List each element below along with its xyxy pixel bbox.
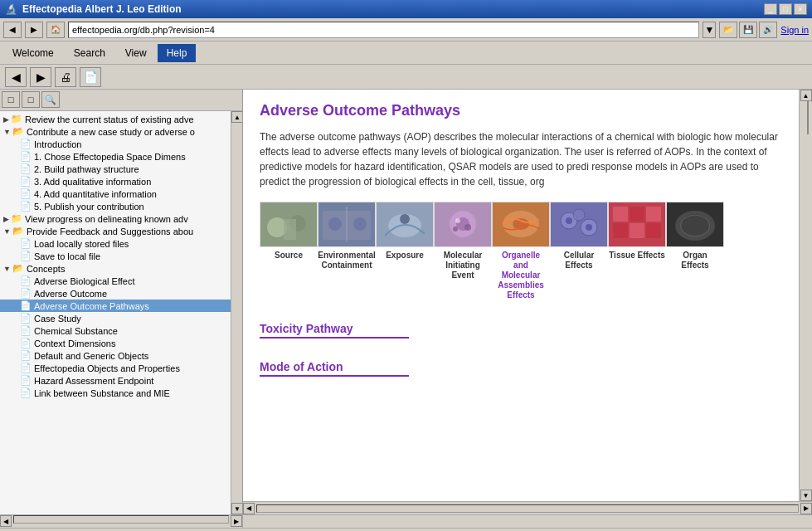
left-h-scroll-right[interactable]: ▶ [231, 515, 242, 527]
tree-label-intro: Introduction [34, 139, 81, 149]
h-scroll-right[interactable]: ▶ [800, 503, 812, 514]
tree-item-hae[interactable]: 📄 Hazard Assessment Endpoint [0, 374, 231, 387]
save-button[interactable]: 💾 [739, 22, 757, 38]
home-button[interactable]: 🏠 [46, 22, 65, 38]
expand-icon-feedback: ▼ [3, 227, 11, 236]
tree-item-feedback[interactable]: ▼ 📂 Provide Feedback and Suggestions abo… [0, 225, 231, 237]
menu-view[interactable]: View [116, 44, 156, 62]
url-input[interactable] [68, 22, 699, 38]
pathway-cellular: CellularEffects [550, 202, 608, 270]
left-bottom-scroll[interactable]: ◀ ▶ [0, 515, 243, 528]
h-scroll-track[interactable] [256, 504, 799, 513]
toxicity-section: Toxicity Pathway [260, 314, 782, 345]
pathway-exposure: Exposure [376, 202, 434, 261]
svg-point-7 [328, 217, 342, 231]
tree-label-step3: 3. Add qualitative information [34, 177, 151, 187]
status-bar [0, 528, 812, 531]
close-button[interactable]: × [794, 3, 807, 15]
back-button[interactable]: ◀ [3, 22, 22, 38]
tree-item-step4[interactable]: 📄 4. Add quantitative information [0, 188, 231, 200]
forward-button[interactable]: ▶ [25, 22, 43, 38]
svg-rect-28 [613, 207, 628, 222]
tree-item-load[interactable]: 📄 Load locally stored files [0, 237, 231, 250]
tree-item-ao[interactable]: 📄 Adverse Outcome [0, 287, 231, 300]
tree-item-cs[interactable]: 📄 Case Study [0, 312, 231, 324]
audio-button[interactable]: 🔊 [759, 22, 777, 38]
mode-header: Mode of Action [260, 360, 409, 377]
tree-item-ctx[interactable]: 📄 Context Dimensions [0, 337, 231, 349]
tree-item-eop[interactable]: 📄 Effectopedia Objects and Properties [0, 362, 231, 374]
svg-point-25 [586, 224, 592, 231]
tree-item-save[interactable]: 📄 Save to local file [0, 250, 231, 262]
menu-welcome[interactable]: Welcome [3, 44, 63, 62]
tree-item-review[interactable]: ▶ 📁 Review the current status of existin… [0, 113, 231, 125]
doc-icon-aop: 📄 [20, 300, 32, 311]
tree-item-concepts[interactable]: ▼ 📂 Concepts [0, 262, 231, 275]
right-bottom-filler [243, 515, 812, 528]
left-panel-scrollbar[interactable]: ▲ ▼ [231, 111, 242, 514]
tree-label-progress: View progress on delineating known adv [25, 214, 188, 224]
svg-point-20 [513, 218, 529, 230]
svg-rect-3 [284, 219, 296, 240]
sign-in-link[interactable]: Sign in [780, 25, 809, 35]
scroll-up-btn[interactable]: ▲ [231, 111, 243, 123]
tree-item-step1[interactable]: 📄 1. Chose Effectopedia Space Dimens [0, 150, 231, 163]
svg-rect-29 [630, 207, 644, 222]
title-bar: 🔬 Effectopedia Albert J. Leo Edition _ □… [0, 0, 812, 18]
tree-item-progress[interactable]: ▶ 📁 View progress on delineating known a… [0, 212, 231, 225]
left-panel: □ □ 🔍 ▶ 📁 Review the current status of e… [0, 90, 243, 514]
expand-icon-review: ▶ [3, 115, 9, 124]
maximize-button[interactable]: □ [779, 3, 792, 15]
main-bottom-scrollbar: ◀ ▶ [0, 514, 812, 528]
open-file-button[interactable]: 📂 [719, 22, 737, 38]
h-scroll-left[interactable]: ◀ [243, 503, 255, 514]
tree-item-step5[interactable]: 📄 5. Publish your contribution [0, 200, 231, 212]
doc-icon-load: 📄 [20, 238, 32, 249]
mode-section: Mode of Action [260, 352, 782, 383]
svg-point-17 [453, 227, 458, 231]
pathway-mie: MolecularInitiatingEvent [434, 202, 492, 280]
right-panel: Adverse Outcome Pathways The adverse out… [243, 90, 812, 514]
panel-btn-2[interactable]: □ [22, 91, 40, 108]
minimize-button[interactable]: _ [764, 3, 777, 15]
pathway-tissue-label: Tissue Effects [609, 251, 665, 261]
back-tool-button[interactable]: ◀ [5, 67, 27, 87]
print-button[interactable]: 🖨 [55, 67, 76, 87]
print-preview-button[interactable]: 📄 [80, 67, 101, 87]
right-bottom-scrollbar[interactable]: ◀ ▶ [243, 501, 812, 514]
tree-item-step3[interactable]: 📄 3. Add qualitative information [0, 175, 231, 188]
forward-tool-button[interactable]: ▶ [30, 67, 51, 87]
panel-btn-1[interactable]: □ [2, 91, 20, 108]
tree-item-chem[interactable]: 📄 Chemical Substance [0, 324, 231, 337]
tree-item-step2[interactable]: 📄 2. Build pathway structure [0, 163, 231, 175]
right-scroll-up[interactable]: ▲ [800, 90, 812, 101]
tree-item-aop[interactable]: 📄 Adverse Outcome Pathways [0, 300, 231, 312]
pathway-organ-label: OrganEffects [681, 251, 708, 270]
menu-help[interactable]: Help [158, 44, 197, 62]
left-h-scroll-track[interactable] [13, 515, 229, 524]
tree-label-ao: Adverse Outcome [34, 289, 107, 299]
tree-item-intro[interactable]: 📄 Introduction [0, 138, 231, 150]
folder-icon-concepts: 📂 [12, 263, 24, 274]
tree-label-feedback: Provide Feedback and Suggestions abou [27, 227, 193, 236]
tree-item-abe[interactable]: 📄 Adverse Biological Effect [0, 275, 231, 287]
svg-point-11 [400, 214, 410, 224]
right-scrollbar[interactable]: ▲ ▼ [799, 90, 812, 501]
tree-label-step5: 5. Publish your contribution [34, 202, 144, 212]
tree-label-step1: 1. Chose Effectopedia Space Dimens [34, 152, 186, 162]
doc-icon-step3: 📄 [20, 176, 32, 187]
tree-item-dog[interactable]: 📄 Default and Generic Objects [0, 349, 231, 362]
menu-search[interactable]: Search [65, 44, 114, 62]
doc-icon-ctx: 📄 [20, 338, 32, 348]
tree-label-concepts: Concepts [27, 264, 65, 274]
content-area: Adverse Outcome Pathways The adverse out… [243, 90, 799, 501]
tree-item-lsm[interactable]: 📄 Link between Substance and MIE [0, 387, 231, 399]
left-h-scroll-left[interactable]: ◀ [0, 515, 12, 527]
tree-item-contribute[interactable]: ▼ 📂 Contribute a new case study or adver… [0, 125, 231, 138]
scroll-down-btn[interactable]: ▼ [231, 503, 243, 514]
folder-icon-contribute: 📂 [12, 126, 24, 137]
panel-search-btn[interactable]: 🔍 [41, 91, 60, 108]
url-dropdown[interactable]: ▼ [703, 22, 716, 38]
svg-point-24 [566, 217, 572, 224]
right-scroll-down[interactable]: ▼ [800, 490, 812, 501]
